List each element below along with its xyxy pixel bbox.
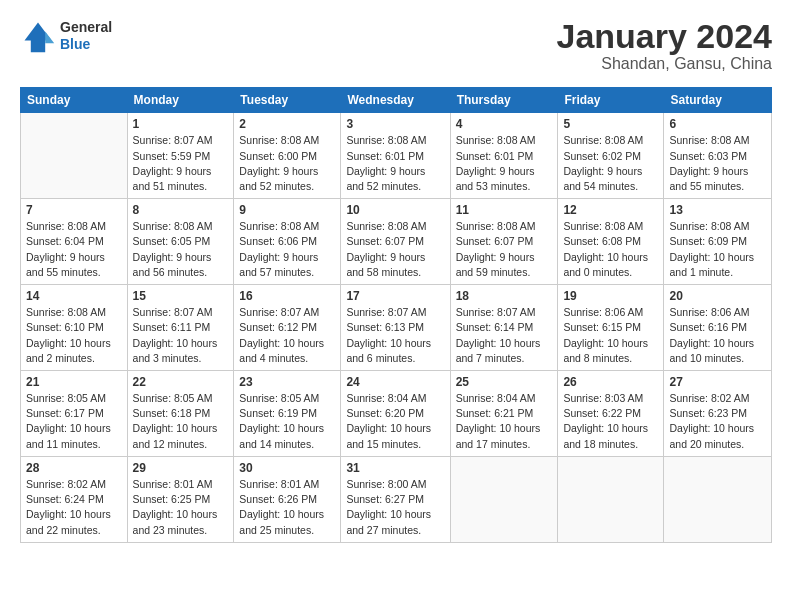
day-number: 4 (456, 117, 553, 131)
day-number: 15 (133, 289, 229, 303)
day-info: Sunrise: 8:06 AMSunset: 6:15 PMDaylight:… (563, 305, 658, 366)
table-cell: 4Sunrise: 8:08 AMSunset: 6:01 PMDaylight… (450, 113, 558, 199)
day-number: 13 (669, 203, 766, 217)
table-cell: 10Sunrise: 8:08 AMSunset: 6:07 PMDayligh… (341, 199, 450, 285)
col-friday: Friday (558, 88, 664, 113)
calendar-header-row: Sunday Monday Tuesday Wednesday Thursday… (21, 88, 772, 113)
table-cell: 14Sunrise: 8:08 AMSunset: 6:10 PMDayligh… (21, 285, 128, 371)
day-info: Sunrise: 8:05 AMSunset: 6:19 PMDaylight:… (239, 391, 335, 452)
day-number: 23 (239, 375, 335, 389)
day-number: 2 (239, 117, 335, 131)
table-cell: 12Sunrise: 8:08 AMSunset: 6:08 PMDayligh… (558, 199, 664, 285)
logo-general-text: General (60, 19, 112, 36)
calendar-table: Sunday Monday Tuesday Wednesday Thursday… (20, 87, 772, 542)
table-cell: 7Sunrise: 8:08 AMSunset: 6:04 PMDaylight… (21, 199, 128, 285)
day-number: 28 (26, 461, 122, 475)
table-cell: 21Sunrise: 8:05 AMSunset: 6:17 PMDayligh… (21, 371, 128, 457)
day-number: 7 (26, 203, 122, 217)
week-row-2: 7Sunrise: 8:08 AMSunset: 6:04 PMDaylight… (21, 199, 772, 285)
table-cell (450, 456, 558, 542)
table-cell: 22Sunrise: 8:05 AMSunset: 6:18 PMDayligh… (127, 371, 234, 457)
logo-icon (20, 18, 56, 54)
week-row-4: 21Sunrise: 8:05 AMSunset: 6:17 PMDayligh… (21, 371, 772, 457)
col-tuesday: Tuesday (234, 88, 341, 113)
day-info: Sunrise: 8:08 AMSunset: 6:03 PMDaylight:… (669, 133, 766, 194)
day-number: 5 (563, 117, 658, 131)
day-info: Sunrise: 8:07 AMSunset: 6:11 PMDaylight:… (133, 305, 229, 366)
day-info: Sunrise: 8:07 AMSunset: 6:13 PMDaylight:… (346, 305, 444, 366)
day-number: 25 (456, 375, 553, 389)
week-row-1: 1Sunrise: 8:07 AMSunset: 5:59 PMDaylight… (21, 113, 772, 199)
day-info: Sunrise: 8:08 AMSunset: 6:00 PMDaylight:… (239, 133, 335, 194)
day-info: Sunrise: 8:01 AMSunset: 6:26 PMDaylight:… (239, 477, 335, 538)
day-info: Sunrise: 8:08 AMSunset: 6:01 PMDaylight:… (346, 133, 444, 194)
day-number: 8 (133, 203, 229, 217)
table-cell: 15Sunrise: 8:07 AMSunset: 6:11 PMDayligh… (127, 285, 234, 371)
table-cell: 8Sunrise: 8:08 AMSunset: 6:05 PMDaylight… (127, 199, 234, 285)
table-cell: 27Sunrise: 8:02 AMSunset: 6:23 PMDayligh… (664, 371, 772, 457)
day-info: Sunrise: 8:08 AMSunset: 6:06 PMDaylight:… (239, 219, 335, 280)
logo: General Blue (20, 18, 112, 54)
day-number: 31 (346, 461, 444, 475)
day-number: 26 (563, 375, 658, 389)
day-info: Sunrise: 8:03 AMSunset: 6:22 PMDaylight:… (563, 391, 658, 452)
table-cell: 9Sunrise: 8:08 AMSunset: 6:06 PMDaylight… (234, 199, 341, 285)
day-info: Sunrise: 8:07 AMSunset: 5:59 PMDaylight:… (133, 133, 229, 194)
day-info: Sunrise: 8:08 AMSunset: 6:09 PMDaylight:… (669, 219, 766, 280)
page: General Blue January 2024 Shandan, Gansu… (0, 0, 792, 555)
table-cell: 2Sunrise: 8:08 AMSunset: 6:00 PMDaylight… (234, 113, 341, 199)
table-cell: 23Sunrise: 8:05 AMSunset: 6:19 PMDayligh… (234, 371, 341, 457)
title-block: January 2024 Shandan, Gansu, China (557, 18, 773, 73)
day-info: Sunrise: 8:02 AMSunset: 6:24 PMDaylight:… (26, 477, 122, 538)
day-info: Sunrise: 8:04 AMSunset: 6:20 PMDaylight:… (346, 391, 444, 452)
day-number: 14 (26, 289, 122, 303)
day-number: 19 (563, 289, 658, 303)
day-info: Sunrise: 8:07 AMSunset: 6:14 PMDaylight:… (456, 305, 553, 366)
table-cell (558, 456, 664, 542)
table-cell: 20Sunrise: 8:06 AMSunset: 6:16 PMDayligh… (664, 285, 772, 371)
table-cell: 24Sunrise: 8:04 AMSunset: 6:20 PMDayligh… (341, 371, 450, 457)
day-number: 1 (133, 117, 229, 131)
table-cell: 3Sunrise: 8:08 AMSunset: 6:01 PMDaylight… (341, 113, 450, 199)
day-info: Sunrise: 8:07 AMSunset: 6:12 PMDaylight:… (239, 305, 335, 366)
day-number: 16 (239, 289, 335, 303)
table-cell: 17Sunrise: 8:07 AMSunset: 6:13 PMDayligh… (341, 285, 450, 371)
day-info: Sunrise: 8:08 AMSunset: 6:01 PMDaylight:… (456, 133, 553, 194)
table-cell: 30Sunrise: 8:01 AMSunset: 6:26 PMDayligh… (234, 456, 341, 542)
day-number: 27 (669, 375, 766, 389)
table-cell (21, 113, 128, 199)
day-number: 24 (346, 375, 444, 389)
day-info: Sunrise: 8:08 AMSunset: 6:08 PMDaylight:… (563, 219, 658, 280)
table-cell: 28Sunrise: 8:02 AMSunset: 6:24 PMDayligh… (21, 456, 128, 542)
table-cell: 18Sunrise: 8:07 AMSunset: 6:14 PMDayligh… (450, 285, 558, 371)
day-number: 3 (346, 117, 444, 131)
month-title: January 2024 (557, 18, 773, 55)
logo-blue-text: Blue (60, 36, 112, 53)
table-cell: 25Sunrise: 8:04 AMSunset: 6:21 PMDayligh… (450, 371, 558, 457)
day-info: Sunrise: 8:08 AMSunset: 6:07 PMDaylight:… (346, 219, 444, 280)
week-row-5: 28Sunrise: 8:02 AMSunset: 6:24 PMDayligh… (21, 456, 772, 542)
day-number: 12 (563, 203, 658, 217)
table-cell: 11Sunrise: 8:08 AMSunset: 6:07 PMDayligh… (450, 199, 558, 285)
day-number: 6 (669, 117, 766, 131)
day-number: 11 (456, 203, 553, 217)
table-cell: 13Sunrise: 8:08 AMSunset: 6:09 PMDayligh… (664, 199, 772, 285)
table-cell: 19Sunrise: 8:06 AMSunset: 6:15 PMDayligh… (558, 285, 664, 371)
day-number: 20 (669, 289, 766, 303)
header: General Blue January 2024 Shandan, Gansu… (20, 18, 772, 73)
logo-text: General Blue (60, 19, 112, 53)
day-number: 9 (239, 203, 335, 217)
day-info: Sunrise: 8:06 AMSunset: 6:16 PMDaylight:… (669, 305, 766, 366)
day-number: 29 (133, 461, 229, 475)
day-info: Sunrise: 8:05 AMSunset: 6:18 PMDaylight:… (133, 391, 229, 452)
day-number: 22 (133, 375, 229, 389)
table-cell (664, 456, 772, 542)
day-info: Sunrise: 8:02 AMSunset: 6:23 PMDaylight:… (669, 391, 766, 452)
day-info: Sunrise: 8:08 AMSunset: 6:02 PMDaylight:… (563, 133, 658, 194)
week-row-3: 14Sunrise: 8:08 AMSunset: 6:10 PMDayligh… (21, 285, 772, 371)
day-number: 18 (456, 289, 553, 303)
table-cell: 29Sunrise: 8:01 AMSunset: 6:25 PMDayligh… (127, 456, 234, 542)
day-info: Sunrise: 8:05 AMSunset: 6:17 PMDaylight:… (26, 391, 122, 452)
day-info: Sunrise: 8:08 AMSunset: 6:05 PMDaylight:… (133, 219, 229, 280)
day-number: 21 (26, 375, 122, 389)
